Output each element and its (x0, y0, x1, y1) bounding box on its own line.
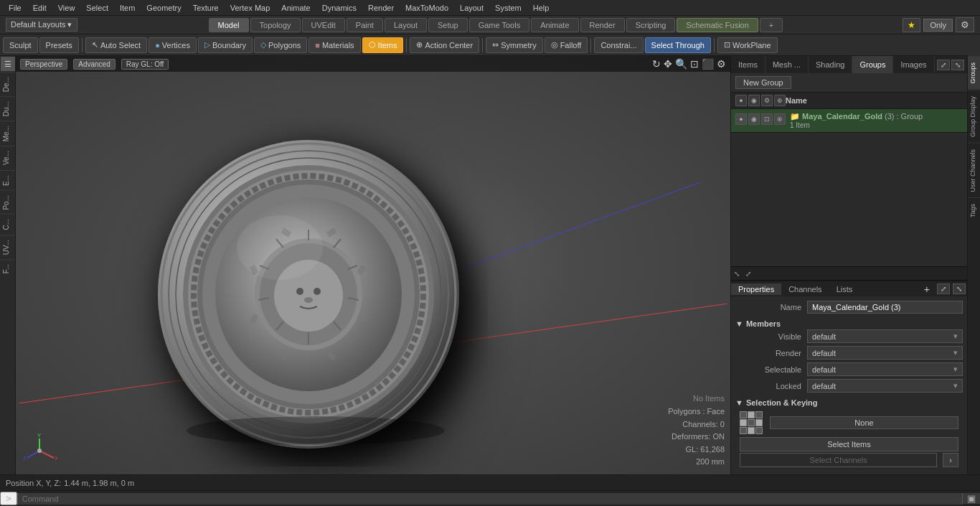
locked-dropdown[interactable]: default ▾ (807, 379, 963, 393)
selectable-dropdown[interactable]: default ▾ (807, 362, 963, 376)
pan-icon[interactable]: ✥ (664, 58, 672, 70)
tab-schematic-fusion[interactable]: Schematic Fusion (677, 18, 758, 32)
sidebar-item-po[interactable]: Po... (0, 190, 15, 215)
tab-model[interactable]: Model (209, 18, 249, 32)
materials-button[interactable]: ■ Materials (308, 37, 360, 53)
panel-expand-icon[interactable]: ⤢ (743, 270, 754, 278)
eye-icon-header[interactable]: ● (735, 95, 747, 106)
tab-uvedit[interactable]: UVEdit (302, 18, 345, 32)
boundary-button[interactable]: ▷ Boundary (198, 37, 253, 53)
star-button[interactable]: ★ (903, 18, 920, 32)
right-vtab-group-display[interactable]: Group Display (968, 90, 980, 143)
select-channels-button[interactable]: Select Channels (740, 453, 937, 467)
advanced-button[interactable]: Advanced (73, 59, 115, 70)
tab-topology[interactable]: Topology (250, 18, 301, 32)
menu-geometry[interactable]: Geometry (141, 2, 187, 14)
sidebar-item-me[interactable]: Me... (0, 121, 15, 146)
presets-button[interactable]: Presets (39, 37, 79, 53)
perspective-button[interactable]: Perspective (20, 59, 67, 70)
render-dropdown[interactable]: default ▾ (807, 346, 963, 360)
menu-help[interactable]: Help (527, 2, 555, 14)
lower-tab-add[interactable]: + (918, 282, 936, 296)
menu-file[interactable]: File (3, 2, 27, 14)
constraints-button[interactable]: Constrai... (594, 37, 643, 53)
panel-tab-mesh[interactable]: Mesh ... (765, 56, 809, 73)
tab-animate[interactable]: Animate (531, 18, 578, 32)
layouts-dropdown[interactable]: Default Layouts ▾ (6, 18, 77, 32)
panel-tab-groups[interactable]: Groups (852, 56, 893, 73)
none-button[interactable]: None (770, 416, 958, 429)
tab-paint[interactable]: Paint (347, 18, 383, 32)
tab-scripting[interactable]: Scripting (626, 18, 676, 32)
vertices-button[interactable]: ● Vertices (149, 37, 197, 53)
rotate-icon[interactable]: ↻ (652, 58, 661, 70)
menu-view[interactable]: View (52, 2, 81, 14)
group-camera-icon[interactable]: ◉ (748, 113, 760, 125)
tab-render[interactable]: Render (580, 18, 625, 32)
falloff-button[interactable]: ◎ Falloff (545, 37, 588, 53)
select-items-button[interactable]: Select Items (740, 437, 958, 451)
sidebar-item-c[interactable]: C... (0, 214, 15, 235)
auto-select-button[interactable]: ↖ Auto Select (85, 37, 147, 53)
polygons-button[interactable]: ◇ Polygons (254, 37, 307, 53)
new-group-button[interactable]: New Group (735, 76, 791, 89)
lower-tab-properties[interactable]: Properties (731, 284, 781, 295)
only-button[interactable]: Only (923, 19, 953, 32)
panel-tab-items[interactable]: Items (731, 56, 765, 73)
panel-collapse-icon[interactable]: ⤡ (731, 270, 743, 278)
select-through-button[interactable]: Select Through (645, 37, 711, 53)
group-key-icon[interactable]: ⊕ (774, 113, 786, 125)
right-vtab-user-channels[interactable]: User Channels (968, 143, 980, 198)
panel-expand-btn[interactable]: ⤢ (937, 60, 950, 70)
work-plane-button[interactable]: ⊡ WorkPlane (717, 37, 778, 53)
lock-icon-header[interactable]: ⚙ (761, 95, 773, 106)
command-arrow-btn[interactable]: > (0, 492, 17, 505)
panel-tab-shading[interactable]: Shading (809, 56, 852, 73)
sidebar-item-uv[interactable]: UV... (0, 235, 15, 259)
visible-dropdown[interactable]: default ▾ (807, 329, 963, 343)
gear-icon[interactable]: ⚙ (956, 17, 974, 32)
tab-setup[interactable]: Setup (428, 18, 468, 32)
menu-vertex-map[interactable]: Vertex Map (225, 2, 276, 14)
ray-gl-button[interactable]: Ray GL: Off (121, 59, 169, 70)
tab-add[interactable]: + (760, 18, 783, 32)
menu-animate[interactable]: Animate (275, 2, 316, 14)
sidebar-toggle[interactable]: ☰ (1, 57, 15, 71)
menu-edit[interactable]: Edit (27, 2, 52, 14)
panel-tab-images[interactable]: Images (893, 56, 934, 73)
camera-icon-header[interactable]: ◉ (748, 95, 760, 106)
arrow-right-button[interactable]: › (943, 453, 958, 467)
action-center-button[interactable]: ⊕ Action Center (410, 37, 479, 53)
sidebar-item-f[interactable]: F... (0, 259, 15, 278)
group-list-item[interactable]: ● ◉ ⊡ ⊕ 📁 Maya_Calendar_Gold (3) : Group… (731, 109, 967, 133)
menu-system[interactable]: System (489, 2, 527, 14)
lower-collapse-btn[interactable]: ⤡ (953, 284, 966, 294)
menu-item[interactable]: Item (114, 2, 141, 14)
group-eye-icon[interactable]: ● (735, 113, 747, 125)
menu-maxtomodo[interactable]: MaxToModo (400, 2, 454, 14)
right-vtab-groups[interactable]: Groups (968, 56, 980, 90)
sidebar-item-du[interactable]: Du... (0, 96, 15, 121)
zoom-icon[interactable]: 🔍 (675, 58, 687, 70)
panel-collapse-btn[interactable]: ⤡ (951, 60, 964, 70)
menu-texture[interactable]: Texture (187, 2, 225, 14)
lower-expand-btn[interactable]: ⤢ (937, 284, 950, 294)
sidebar-item-ve[interactable]: Ve... (0, 146, 15, 169)
command-record-btn[interactable]: ▣ (963, 493, 980, 504)
menu-dynamics[interactable]: Dynamics (316, 2, 362, 14)
lower-tab-channels[interactable]: Channels (781, 284, 829, 295)
name-input[interactable] (807, 301, 963, 314)
settings-icon[interactable]: ⚙ (717, 58, 726, 70)
viewport[interactable]: Perspective Advanced Ray GL: Off ↻ ✥ 🔍 ⊡… (16, 56, 730, 474)
menu-select[interactable]: Select (80, 2, 114, 14)
items-button[interactable]: ⬡ Items (362, 37, 404, 53)
right-vtab-tags[interactable]: Tags (968, 197, 980, 223)
sidebar-item-de[interactable]: De... (0, 72, 15, 96)
tab-game-tools[interactable]: Game Tools (469, 18, 530, 32)
menu-layout[interactable]: Layout (454, 2, 489, 14)
group-lock-icon[interactable]: ⊡ (761, 113, 773, 125)
key-icon-header[interactable]: ⊕ (774, 95, 786, 106)
tab-layout[interactable]: Layout (385, 18, 427, 32)
lower-tab-lists[interactable]: Lists (829, 284, 860, 295)
fit-icon[interactable]: ⊡ (690, 58, 699, 70)
